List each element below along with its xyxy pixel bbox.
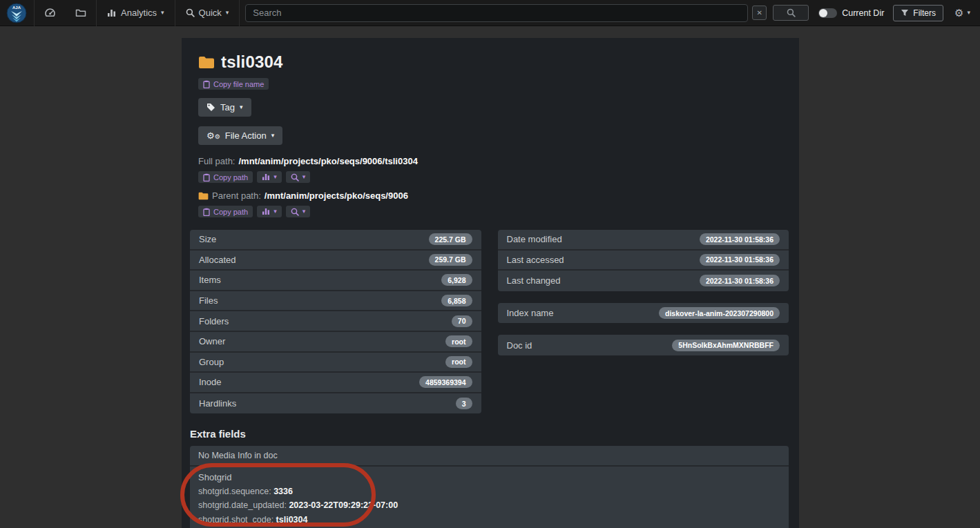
row-label: Doc id xyxy=(507,340,532,351)
full-path-value: /mnt/anim/projects/pko/seqs/9006/tsli030… xyxy=(238,156,417,166)
row-label: Index name xyxy=(507,308,554,318)
copy-file-name-label: Copy file name xyxy=(213,80,264,88)
extra-fields-panel: No Media Info in doc Shotgrid shotgrid.s… xyxy=(190,446,789,528)
search-submit-button[interactable] xyxy=(773,5,809,21)
chevron-down-icon: ▾ xyxy=(302,208,306,215)
chevron-down-icon: ▾ xyxy=(271,133,275,139)
doc-id-table: Doc id 5HnSolkBxAhmMXNRBBFF xyxy=(498,335,789,355)
gears-icon: ⚙⚙ xyxy=(206,131,220,140)
row-label: Folders xyxy=(199,316,229,326)
status-badge: root xyxy=(445,356,472,368)
status-badge: 259.7 GB xyxy=(429,254,472,266)
table-row: Index name diskover-la-anim-202307290800 xyxy=(498,303,789,324)
full-path-label: Full path: xyxy=(198,156,235,166)
search-icon xyxy=(787,8,796,17)
tachometer-icon xyxy=(44,8,56,18)
row-label: Inode xyxy=(199,377,222,387)
settings-menu[interactable]: ⚙ ▾ xyxy=(948,7,980,19)
row-label: Date modified xyxy=(507,234,562,244)
current-dir-label: Current Dir xyxy=(842,8,884,18)
clear-search-button[interactable]: ✕ xyxy=(752,6,767,20)
field-value: 2023-03-22T09:29:23-07:00 xyxy=(289,500,398,510)
clipboard-icon xyxy=(203,208,210,216)
shotgrid-field: shotgrid.shot_code: tsli0304 xyxy=(198,516,780,525)
search-input[interactable] xyxy=(245,4,748,22)
quick-label: Quick xyxy=(199,8,222,18)
tag-button[interactable]: Tag ▾ xyxy=(198,98,251,117)
close-icon: ✕ xyxy=(757,9,762,17)
chevron-down-icon: ▾ xyxy=(967,10,970,16)
svg-text:AJA: AJA xyxy=(12,6,21,10)
status-badge: 6,858 xyxy=(441,295,472,306)
file-browser-button[interactable] xyxy=(66,0,96,26)
current-dir-toggle-group[interactable]: Current Dir xyxy=(818,8,884,18)
chevron-down-icon: ▾ xyxy=(302,174,306,180)
quick-menu[interactable]: Quick ▾ xyxy=(175,0,240,26)
file-action-button[interactable]: ⚙⚙ File Action ▾ xyxy=(198,126,282,145)
nav-divider xyxy=(239,0,240,26)
no-media-info-row: No Media Info in doc xyxy=(190,446,789,467)
row-label: Files xyxy=(199,295,218,306)
full-path-analytics-button[interactable]: ▾ xyxy=(257,171,282,183)
copy-full-path-button[interactable]: Copy path xyxy=(198,171,253,183)
filter-funnel-icon xyxy=(901,9,909,17)
bar-chart-icon xyxy=(107,9,117,17)
tag-label: Tag xyxy=(220,102,235,113)
chevron-down-icon: ▾ xyxy=(273,174,277,180)
status-badge: 6,928 xyxy=(441,274,472,286)
parent-path-label: Parent path: xyxy=(212,190,261,201)
toggle-knob xyxy=(819,9,827,17)
row-label: Size xyxy=(199,234,216,244)
status-badge: 4859369394 xyxy=(419,376,472,388)
row-label: Items xyxy=(199,275,221,285)
bar-chart-icon xyxy=(262,173,270,181)
status-badge: diskover-la-anim-202307290800 xyxy=(659,307,780,319)
full-path-search-button[interactable]: ▾ xyxy=(286,171,311,183)
diskover-logo[interactable]: AJA xyxy=(0,3,34,23)
table-row: Last accessed 2022-11-30 01:58:36 xyxy=(498,251,789,271)
folder-icon xyxy=(198,192,209,200)
field-key: shotgrid.sequence: xyxy=(198,487,271,496)
filters-button[interactable]: Filters xyxy=(893,5,943,21)
analytics-label: Analytics xyxy=(121,8,157,18)
table-row: Group root xyxy=(190,353,481,373)
search-icon xyxy=(291,208,299,216)
copy-parent-path-button[interactable]: Copy path xyxy=(198,206,253,217)
bar-chart-icon xyxy=(262,208,270,215)
field-key: shotgrid.date_updated: xyxy=(198,500,287,510)
folder-icon xyxy=(198,56,215,69)
parent-path-analytics-button[interactable]: ▾ xyxy=(257,206,282,217)
chevron-down-icon: ▾ xyxy=(273,208,277,215)
table-row: Items 6,928 xyxy=(190,271,481,291)
folder-outline-icon xyxy=(75,8,86,17)
status-badge: 5HnSolkBxAhmMXNRBBFF xyxy=(672,340,780,351)
status-badge: 70 xyxy=(452,315,472,327)
copy-path-label: Copy path xyxy=(213,208,248,216)
shotgrid-field: shotgrid.sequence: 3336 xyxy=(198,487,780,496)
analytics-menu[interactable]: Analytics ▾ xyxy=(97,0,175,26)
status-badge: root xyxy=(445,335,472,347)
gear-icon: ⚙ xyxy=(954,7,963,19)
table-row: Date modified 2022-11-30 01:58:36 xyxy=(498,230,789,251)
row-label: Hardlinks xyxy=(199,398,236,409)
status-badge: 3 xyxy=(456,398,472,409)
diskover-logo-icon: AJA xyxy=(6,3,27,23)
row-label: Allocated xyxy=(199,255,236,265)
dashboard-button[interactable] xyxy=(35,0,66,26)
copy-file-name-button[interactable]: Copy file name xyxy=(198,78,269,90)
attributes-table-right: Date modified 2022-11-30 01:58:36 Last a… xyxy=(498,230,789,291)
current-dir-toggle[interactable] xyxy=(818,8,837,18)
clipboard-icon xyxy=(203,173,210,182)
row-label: Last accessed xyxy=(507,255,564,265)
shotgrid-title: Shotgrid xyxy=(198,472,780,482)
row-label: Group xyxy=(199,357,224,367)
parent-path-search-button[interactable]: ▾ xyxy=(286,206,311,217)
table-row: Files 6,858 xyxy=(190,291,481,312)
chevron-down-icon: ▾ xyxy=(161,10,164,16)
chevron-down-icon: ▾ xyxy=(240,104,243,110)
file-action-label: File Action xyxy=(225,130,267,141)
field-value: tsli0304 xyxy=(276,515,308,525)
field-key: shotgrid.shot_code: xyxy=(198,515,273,525)
search-icon xyxy=(291,173,299,182)
top-navbar: AJA Analytics ▾ Quick xyxy=(0,0,980,26)
